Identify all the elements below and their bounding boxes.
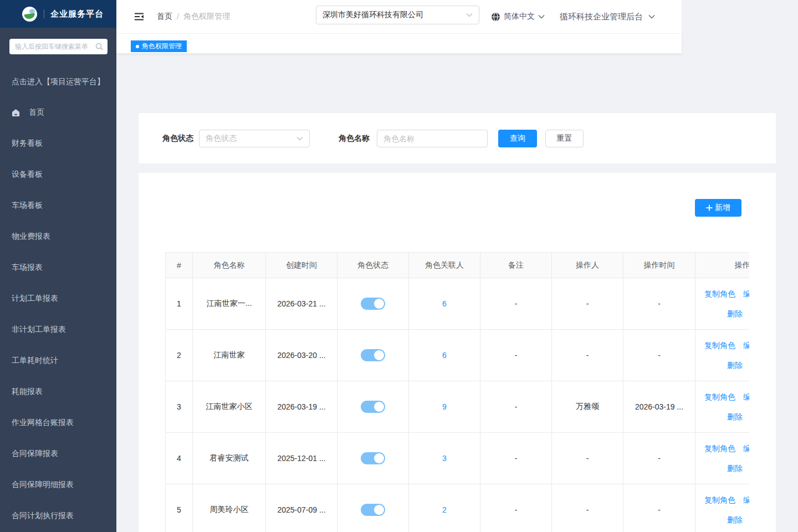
operator: - [552,484,623,532]
sidebar-item-workorder-time-stats[interactable]: 工单耗时统计 [0,345,116,376]
sidebar-item-finance-board[interactable]: 财务看板 [0,128,116,159]
copy-role-link[interactable]: 复制角色 [704,490,735,510]
add-role-label: 新增 [715,203,730,213]
account-menu[interactable]: 循环科技企业管理后台 [560,0,655,33]
delete-role-link[interactable]: 删除 [727,515,743,524]
role-table: # 角色名称 创建时间 角色状态 角色关联人 备注 操作人 操作时间 操作 1 … [165,252,749,532]
sidebar-item-home[interactable]: 首页 [0,97,116,128]
edit-role-link[interactable]: 编辑 [743,387,749,407]
sidebar-item-label: 作业网格台账报表 [12,418,74,428]
sidebar-item-parking-board[interactable]: 车场看板 [0,190,116,221]
sidebar-item-contract-plan-execution-report[interactable]: 合同计划执行报表 [0,500,116,531]
delete-role-link[interactable]: 删除 [727,309,743,318]
edit-role-link[interactable]: 编辑 [743,284,749,304]
language-switcher[interactable]: 简体中文 [491,0,545,33]
col-remark: 备注 [480,253,552,278]
sidebar-item-label: 合同保障明细报表 [12,480,74,490]
operate-time: - [623,278,695,330]
edit-role-link[interactable]: 编辑 [743,490,749,510]
query-button[interactable]: 查询 [498,130,537,147]
col-role-name: 角色名称 [193,253,266,278]
sidebar-item-contract-guarantee-detail-report[interactable]: 合同保障明细报表 [0,469,116,500]
role-status-toggle[interactable] [361,298,385,310]
sidebar-item-energy-report[interactable]: 耗能报表 [0,376,116,407]
breadcrumb-home[interactable]: 首页 [157,12,172,22]
col-created-time: 创建时间 [266,253,337,278]
role-status-toggle[interactable] [361,349,385,361]
copy-role-link[interactable]: 复制角色 [704,438,735,458]
menu-fold-icon[interactable] [134,11,145,22]
sidebar-item-parking-report[interactable]: 车场报表 [0,252,116,283]
sidebar-search[interactable] [9,39,108,54]
role-status-select[interactable]: 角色状态 [199,130,310,147]
created-time: 2026-03-20 ... [266,330,337,381]
table-row: 4 君睿安测试 2025-12-01 ... 3 - - - 复制角色 编辑 删… [166,433,750,484]
sidebar-item-contract-guarantee-report[interactable]: 合同保障报表 [0,438,116,469]
add-role-button[interactable]: 新增 [695,199,741,217]
remark: - [480,278,552,330]
sidebar-item-label: 物业费报表 [12,232,50,242]
role-status-toggle[interactable] [361,452,385,464]
operate-time: 2026-03-19 ... [623,381,695,433]
col-related-users: 角色关联人 [409,253,480,278]
role-status-toggle[interactable] [361,401,385,413]
operate-time: - [623,484,695,532]
sidebar-header: 企业服务平台 [0,0,116,28]
topbar: 首页 / 角色权限管理 深圳市美好循环科技有限公司 简体中文 循环科技企业管理后… [116,0,682,33]
role-list-card: 角色管理列表 新增 # 角色名称 创建时间 角色状态 角色关联人 备注 操作人 … [139,173,776,532]
operator: - [552,330,623,381]
tab-active-dot-icon [136,45,139,48]
related-users-link[interactable]: 3 [442,454,447,463]
sidebar-item-property-fee-report[interactable]: 物业费报表 [0,221,116,252]
copy-role-link[interactable]: 复制角色 [704,387,735,407]
row-index: 4 [166,433,193,484]
tab-strip: 角色权限管理 [116,33,682,54]
copy-role-link[interactable]: 复制角色 [704,335,735,355]
role-name: 江南世家 [193,330,266,381]
created-time: 2025-07-09 ... [266,484,337,532]
delete-role-link[interactable]: 删除 [727,361,743,370]
created-time: 2026-03-19 ... [266,381,337,433]
role-name-input[interactable] [377,130,488,147]
role-status-select-placeholder: 角色状态 [206,134,296,144]
app-logo [22,7,37,22]
sidebar-item-label: 耗能报表 [12,387,43,397]
table-row: 3 江南世家小区 2026-03-19 ... 9 - 万雅颂 2026-03-… [166,381,750,433]
edit-role-link[interactable]: 编辑 [743,438,749,458]
role-status-label: 角色状态 [162,134,193,144]
related-users-link[interactable]: 9 [442,402,447,411]
related-users-link[interactable]: 6 [442,351,447,360]
sidebar-item-grid-ledger-report[interactable]: 作业网格台账报表 [0,407,116,438]
breadcrumb: 首页 / 角色权限管理 [157,0,230,33]
operate-time: - [623,330,695,381]
table-header-row: # 角色名称 创建时间 角色状态 角色关联人 备注 操作人 操作时间 操作 [166,253,750,278]
copy-role-link[interactable]: 复制角色 [704,284,735,304]
reset-button[interactable]: 重置 [545,130,584,147]
chevron-down-icon [648,14,655,19]
related-users-link[interactable]: 2 [442,505,447,514]
breadcrumb-current: 角色权限管理 [183,12,230,22]
row-index: 1 [166,278,193,330]
delete-role-link[interactable]: 删除 [727,412,743,421]
sidebar-item-device-board[interactable]: 设备看板 [0,159,116,190]
col-index: # [166,253,193,278]
operator: - [552,278,623,330]
related-users-link[interactable]: 6 [442,299,447,308]
company-select[interactable]: 深圳市美好循环科技有限公司 [316,6,479,24]
delete-role-link[interactable]: 删除 [727,464,743,473]
role-name-label: 角色名称 [339,134,370,144]
tab-label: 角色权限管理 [142,42,182,51]
tab-role-permission[interactable]: 角色权限管理 [131,40,187,52]
sidebar-item-label: 首页 [29,108,44,117]
project-platform-link[interactable]: 点击进入【项目运营平台】 [12,77,105,87]
role-status-toggle[interactable] [361,504,385,516]
row-index: 5 [166,484,193,532]
search-icon [95,43,103,50]
sidebar-item-unplanned-workorder-report[interactable]: 非计划工单报表 [0,314,116,345]
sidebar-item-label: 计划工单报表 [12,294,58,304]
col-role-status: 角色状态 [337,253,409,278]
language-label: 简体中文 [504,12,535,22]
edit-role-link[interactable]: 编辑 [743,335,749,355]
sidebar-search-input[interactable] [15,43,95,50]
sidebar-item-planned-workorder-report[interactable]: 计划工单报表 [0,283,116,314]
